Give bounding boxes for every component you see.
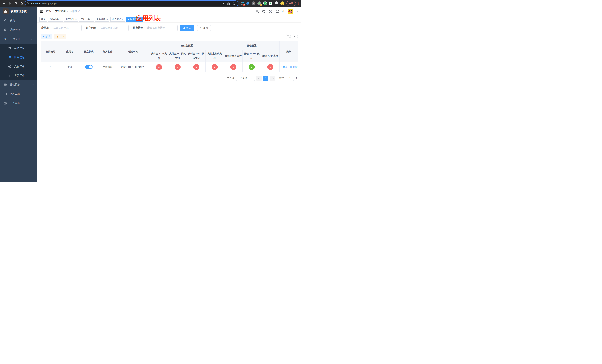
home-icon[interactable] [19, 1, 24, 6]
close-icon[interactable]: × [75, 18, 77, 21]
site-info-icon[interactable]: i [27, 2, 30, 5]
close-icon[interactable]: × [122, 18, 123, 21]
close-icon[interactable]: × [91, 18, 92, 21]
page-size-select[interactable]: 10条/页 [236, 75, 255, 81]
status-error-icon: × [156, 64, 162, 70]
yuque-extension-icon[interactable]: y [263, 1, 267, 5]
github-icon[interactable] [262, 10, 266, 13]
table-grid-icon [8, 56, 11, 59]
topbar-actions: ? TT [256, 9, 298, 14]
sidebar-logo-row[interactable]: 芋道管理系统 [0, 7, 37, 16]
edit-link[interactable]: 修改 [280, 65, 288, 69]
svg-text:?: ? [270, 10, 271, 12]
sidebar-item-merchant-info[interactable]: 商户信息 [0, 44, 37, 53]
trash-icon [290, 66, 292, 68]
sidebar-item-home[interactable]: 首页 [0, 16, 37, 25]
green-note-extension-icon[interactable] [269, 1, 273, 5]
status-toggle[interactable] [85, 65, 93, 69]
breadcrumb-home[interactable]: 首页 [46, 10, 51, 13]
table-toolbar: + 新增 导出 [41, 34, 298, 39]
url-bar[interactable]: i localhost:1024/pay/app [25, 1, 238, 6]
sidebar-item-dev-tools[interactable]: 研发工具 [0, 89, 37, 98]
fullscreen-icon[interactable] [275, 10, 279, 13]
merchant-name-input[interactable] [98, 25, 129, 31]
dashboard-icon [4, 19, 7, 22]
cell-alipay-pc: × [168, 62, 187, 72]
sidebar-item-infrastructure[interactable]: 基础设施 [0, 80, 37, 89]
prev-page-button[interactable] [256, 75, 262, 81]
forward-icon[interactable] [7, 1, 12, 6]
merchant-name-label: 商户名称 [86, 26, 96, 30]
plus-icon: + [43, 35, 44, 38]
sidebar-item-app-info[interactable]: 应用信息 [0, 53, 37, 62]
cell-wx-lite: × [224, 62, 243, 72]
page-title-annotation: 应用列表 [136, 14, 161, 22]
status-error-icon: × [175, 64, 181, 70]
reset-button[interactable]: 重置 [197, 25, 211, 31]
download-icon [56, 35, 59, 38]
refresh-icon [200, 27, 202, 29]
font-size-icon[interactable]: TT [282, 10, 285, 13]
tag-home[interactable]: 首页 [39, 17, 47, 22]
browser-update-button[interactable]: 更新 [286, 1, 296, 6]
status-select[interactable]: 请选择开启状态 [145, 25, 178, 31]
extension-grid-icon[interactable]: 10 [240, 1, 244, 5]
refresh-table-button[interactable] [293, 34, 298, 39]
col-alipay-pc: 支付宝 PC 网站支付 [168, 50, 187, 62]
toggle-search-button[interactable] [286, 34, 291, 39]
page-number-1[interactable]: 1 [263, 75, 269, 81]
breadcrumb: 首页 / 支付管理 / 应用信息 [46, 10, 80, 13]
share-icon[interactable] [227, 2, 230, 5]
chevron-down-icon [32, 29, 34, 31]
toolbox-icon [4, 92, 7, 96]
extensions-puzzle-icon[interactable] [275, 1, 279, 5]
app-table: 应用编号 应用名 开启状态 商户名称 创建时间 支付宝配置 微信配置 操作 支付… [41, 41, 298, 72]
cell-wx-app: × [261, 62, 280, 72]
chevron-down-icon [32, 93, 34, 95]
back-icon[interactable] [1, 1, 6, 6]
chevron-up-icon [32, 38, 33, 40]
sidebar-menu: 首页 系统管理 ¥ 支付管理 商户信息 [0, 16, 37, 182]
close-icon[interactable]: × [107, 18, 108, 21]
chevron-down-icon [250, 77, 252, 78]
export-button[interactable]: 导出 [54, 34, 66, 39]
bookmark-star-icon[interactable] [232, 2, 236, 5]
app-name-input[interactable] [51, 25, 82, 31]
help-icon[interactable]: ? [269, 10, 272, 13]
sidebar-item-system[interactable]: 系统管理 [0, 25, 37, 34]
reload-icon[interactable] [13, 1, 18, 6]
command-extension-icon[interactable]: ⌘ [252, 1, 256, 5]
extension-tray: 10 ⌘ 1 y [239, 1, 285, 5]
header-search-icon[interactable] [256, 10, 259, 13]
emoji-profile-icon[interactable] [280, 1, 284, 5]
avatar[interactable] [288, 9, 293, 14]
tag-process-form[interactable]: 流程表单× [48, 17, 63, 22]
add-button[interactable]: + 新增 [41, 34, 52, 39]
password-key-icon[interactable] [221, 2, 224, 5]
kite-extension-icon[interactable] [246, 1, 250, 5]
col-merchant: 商户名称 [98, 42, 117, 62]
col-app-name: 应用名 [60, 42, 79, 62]
tag-merchant-info[interactable]: 商户信息× [110, 17, 125, 22]
sidebar-item-workflow[interactable]: 工作流程 [0, 98, 37, 108]
topbar: 首页 / 支付管理 / 应用信息 ? TT [37, 7, 301, 16]
next-page-button[interactable] [270, 75, 275, 81]
collapse-sidebar-icon[interactable] [40, 10, 43, 13]
gear-icon [4, 28, 7, 32]
sidebar-item-refund-order[interactable]: 退款订单 [0, 71, 37, 80]
tag-pay-order[interactable]: 支付订单× [79, 17, 94, 22]
close-icon[interactable]: × [60, 18, 61, 21]
browser-menu-icon[interactable]: ⋮ [297, 2, 300, 5]
sidebar-item-payment[interactable]: ¥ 支付管理 [0, 34, 37, 44]
tag-refund-order[interactable]: 退款订单× [95, 17, 109, 22]
sidebar-item-pay-order[interactable]: 支付订单 [0, 62, 37, 71]
app-title: 芋道管理系统 [11, 10, 27, 13]
goto-page-input[interactable] [286, 75, 294, 81]
breadcrumb-payment[interactable]: 支付管理 [55, 10, 65, 13]
tag-user-group[interactable]: 用户分组× [64, 17, 78, 22]
active-dot [128, 19, 129, 20]
recorder-extension-icon[interactable]: 1 [258, 1, 261, 5]
avatar-caret-icon[interactable] [297, 11, 298, 12]
delete-link[interactable]: 删除 [290, 65, 298, 69]
search-button[interactable]: 搜索 [180, 25, 194, 31]
